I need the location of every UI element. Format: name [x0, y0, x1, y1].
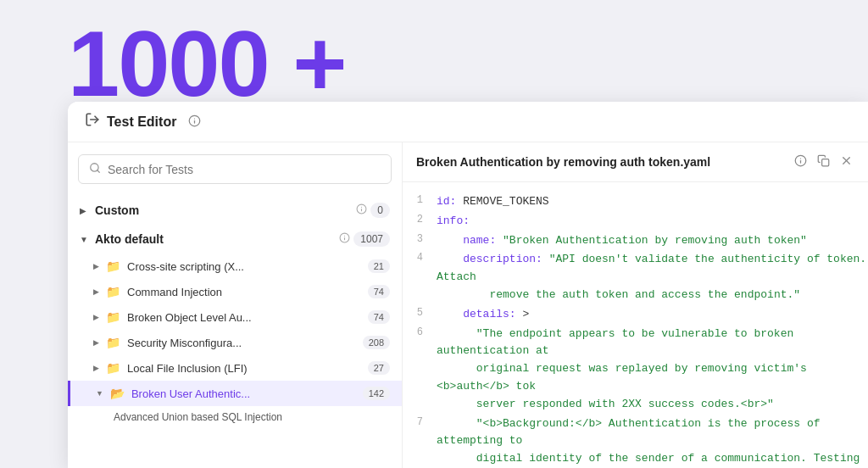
- code-line-2: 2 info:: [403, 212, 868, 231]
- bola-chevron: ▶: [93, 313, 99, 321]
- custom-badge: 0: [370, 203, 390, 218]
- lfi-label: Local File Inclusion (LFI): [127, 362, 368, 375]
- search-input[interactable]: [108, 163, 381, 176]
- svg-rect-15: [822, 159, 829, 166]
- xss-badge: 21: [368, 259, 390, 273]
- akto-default-section-label: Akto default: [95, 232, 334, 246]
- lfi-badge: 27: [368, 361, 390, 375]
- bua-chevron: ▼: [96, 389, 103, 398]
- search-icon: [89, 162, 101, 176]
- category-xss[interactable]: ▶ 📁 Cross-site scripting (X... 21: [68, 254, 402, 279]
- editor-copy-icon[interactable]: [815, 153, 832, 171]
- xss-folder-icon: 📁: [106, 259, 120, 273]
- code-line-6: 6 "The endpoint appears to be vulnerable…: [403, 325, 868, 415]
- bua-badge: 142: [363, 387, 390, 400]
- sidebar: ▶ Custom 0 ▼ Akto default 1007: [68, 142, 403, 468]
- code-area[interactable]: 1 id: REMOVE_TOKENS 2 info: 3 name: "Bro…: [403, 182, 868, 468]
- akto-default-chevron: ▼: [80, 235, 88, 244]
- editor-close-icon[interactable]: [838, 153, 854, 171]
- background-large-text: 1000 +: [68, 17, 346, 110]
- akto-default-section-row[interactable]: ▼ Akto default 1007: [68, 225, 402, 254]
- cmd-chevron: ▶: [93, 287, 99, 296]
- sec-misc-folder-icon: 📁: [106, 336, 120, 349]
- editor-header: Broken Authentication by removing auth t…: [403, 142, 868, 182]
- bua-folder-icon: 📂: [110, 387, 125, 400]
- category-bola[interactable]: ▶ 📁 Broken Object Level Au... 74: [68, 304, 402, 330]
- code-line-4: 4 description: "API doesn't validate the…: [403, 250, 868, 304]
- custom-section-label: Custom: [95, 203, 351, 217]
- sec-misc-chevron: ▶: [93, 338, 99, 347]
- code-line-7: 7 "<b>Background:</b> Authentication is …: [403, 415, 868, 468]
- cmd-badge: 74: [368, 285, 390, 298]
- custom-info-icon[interactable]: [356, 203, 367, 217]
- category-cmd[interactable]: ▶ 📁 Command Injection 74: [68, 279, 402, 304]
- xss-label: Cross-site scripting (X...: [127, 260, 368, 273]
- cmd-label: Command Injection: [127, 286, 368, 298]
- akto-default-badge: 1007: [353, 231, 390, 247]
- exit-icon[interactable]: [85, 112, 100, 131]
- lfi-folder-icon: 📁: [106, 361, 120, 375]
- custom-section-row[interactable]: ▶ Custom 0: [68, 196, 402, 225]
- header-title: Test Editor: [107, 114, 176, 130]
- header-info-icon[interactable]: [188, 114, 201, 130]
- akto-default-info-icon[interactable]: [339, 232, 350, 246]
- sub-item-sql[interactable]: Advanced Union based SQL Injection: [68, 406, 402, 428]
- bola-badge: 74: [368, 310, 390, 324]
- code-line-1: 1 id: REMOVE_TOKENS: [403, 192, 868, 212]
- category-lfi[interactable]: ▶ 📁 Local File Inclusion (LFI) 27: [68, 355, 402, 381]
- lfi-chevron: ▶: [93, 364, 99, 372]
- header-bar: Test Editor: [68, 102, 868, 142]
- cmd-folder-icon: 📁: [106, 285, 120, 298]
- bola-label: Broken Object Level Au...: [127, 311, 368, 324]
- xss-chevron: ▶: [93, 262, 99, 270]
- category-bua[interactable]: ▼ 📂 Broken User Authentic... 142: [68, 381, 402, 406]
- bola-folder-icon: 📁: [106, 310, 120, 324]
- bua-label: Broken User Authentic...: [131, 387, 363, 400]
- search-box[interactable]: [78, 154, 392, 184]
- main-panel: Test Editor ▶ Custom: [68, 102, 868, 468]
- svg-line-5: [97, 170, 100, 173]
- category-sec-misc[interactable]: ▶ 📁 Security Misconfigura... 208: [68, 330, 402, 355]
- editor-info-icon[interactable]: [793, 153, 809, 171]
- custom-chevron: ▶: [80, 206, 88, 215]
- sec-misc-label: Security Misconfigura...: [127, 337, 363, 349]
- sec-misc-badge: 208: [363, 336, 390, 349]
- editor-title: Broken Authentication by removing auth t…: [416, 155, 786, 169]
- editor-panel: Broken Authentication by removing auth t…: [403, 142, 868, 468]
- code-line-5: 5 details: >: [403, 305, 868, 325]
- code-line-3: 3 name: "Broken Authentication by removi…: [403, 231, 868, 251]
- content-area: ▶ Custom 0 ▼ Akto default 1007: [68, 142, 868, 468]
